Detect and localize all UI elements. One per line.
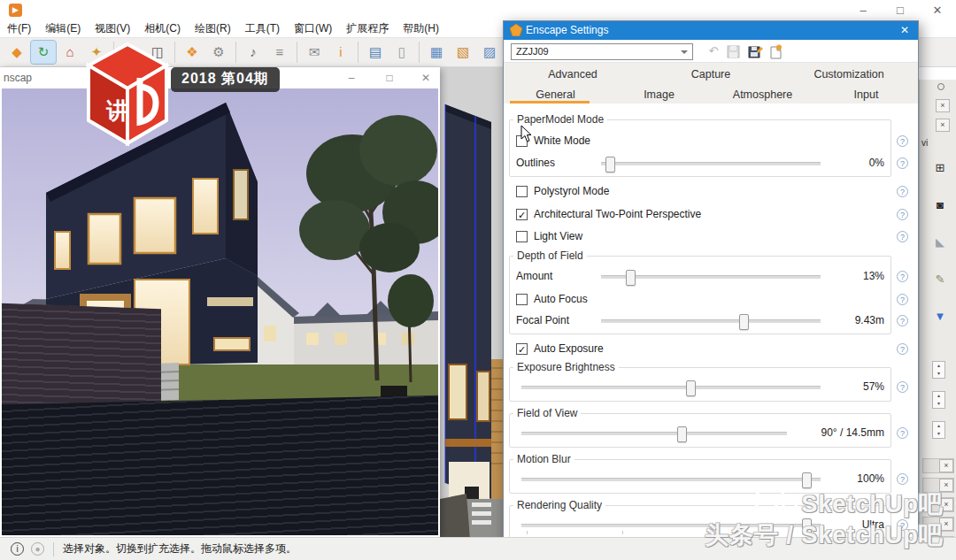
help-icon[interactable]: ? bbox=[897, 381, 908, 393]
toolbar-separator bbox=[174, 42, 175, 63]
field-of-view-slider-thumb[interactable] bbox=[677, 426, 687, 442]
tray-close-button-1[interactable]: × bbox=[936, 99, 950, 112]
app-icon: ▶ bbox=[9, 4, 22, 17]
field-of-view-slider[interactable] bbox=[521, 432, 787, 435]
auto-focus-checkbox[interactable] bbox=[516, 294, 528, 305]
bim-document-icon[interactable]: ▯ bbox=[389, 41, 414, 64]
main-close-button[interactable]: ✕ bbox=[922, 2, 952, 19]
help-icon[interactable]: ? bbox=[897, 231, 908, 242]
watermark-line2: 头条号 / SketchUp吧 bbox=[705, 522, 944, 548]
light-view-checkbox[interactable] bbox=[516, 231, 528, 242]
render-window-title: nscap bbox=[4, 72, 32, 84]
window-save-icon[interactable]: ▨ bbox=[477, 41, 502, 64]
export-image-icon[interactable]: ▤ bbox=[363, 41, 388, 64]
dialog-titlebar[interactable]: Enscape Settings ✕ bbox=[504, 21, 918, 40]
info-circle-icon[interactable]: i bbox=[11, 542, 24, 556]
screen-paint-icon[interactable]: ▼ bbox=[930, 310, 950, 323]
menu-item-8[interactable]: 帮助(H) bbox=[396, 21, 446, 36]
help-icon[interactable]: ? bbox=[897, 157, 908, 169]
light-view-label: Light View bbox=[534, 230, 582, 242]
row-polystyrol: Polystyrol Mode ? bbox=[504, 185, 918, 201]
settings-sliders-icon[interactable]: ≡ bbox=[267, 41, 292, 64]
auto-exposure-label: Auto Exposure bbox=[534, 342, 604, 355]
watermark: SketchUp吧 头条号 / SketchUp吧 bbox=[705, 486, 944, 553]
menu-item-5[interactable]: 工具(T) bbox=[238, 21, 287, 36]
save-as-icon[interactable] bbox=[748, 45, 763, 58]
main-minimize-button[interactable]: – bbox=[848, 2, 878, 19]
pin-icon[interactable] bbox=[937, 83, 944, 90]
help-icon[interactable]: ? bbox=[897, 343, 908, 355]
tab-customization[interactable]: Customization bbox=[780, 65, 918, 83]
tab-advanced[interactable]: Advanced bbox=[504, 65, 642, 83]
amount-slider-thumb[interactable] bbox=[626, 270, 636, 286]
motion-blur-slider[interactable] bbox=[521, 478, 821, 481]
logo-char: 讲 bbox=[105, 97, 129, 124]
render-close-button[interactable]: ✕ bbox=[412, 70, 439, 86]
preset-dropdown[interactable]: ZZJJ09 bbox=[511, 43, 693, 60]
exposure-brightness-slider[interactable] bbox=[521, 386, 821, 389]
undo-icon[interactable]: ↶ bbox=[705, 43, 721, 59]
focal-point-label: Focal Point bbox=[516, 314, 569, 326]
auto-exposure-checkbox[interactable]: ✓ bbox=[516, 343, 528, 355]
eyedropper-icon[interactable]: ✎ bbox=[930, 272, 950, 286]
help-icon[interactable]: ? bbox=[897, 271, 908, 282]
tab-atmosphere[interactable]: Atmosphere bbox=[711, 86, 814, 104]
tab-input[interactable]: Input bbox=[814, 86, 918, 104]
menu-item-7[interactable]: 扩展程序 bbox=[339, 21, 396, 36]
paint-bucket-icon[interactable]: ◙ bbox=[930, 198, 950, 211]
menu-item-1[interactable]: 编辑(E) bbox=[38, 21, 88, 36]
tray-stack-close-button[interactable]: × bbox=[939, 459, 953, 472]
watermark-line1: SketchUp吧 bbox=[801, 491, 944, 518]
render-gear-icon[interactable]: ⚙ bbox=[206, 41, 231, 64]
tab-capture[interactable]: Capture bbox=[642, 65, 780, 83]
material-preview-icon[interactable]: ◣ bbox=[930, 235, 950, 249]
geolocation-icon[interactable]: ● bbox=[31, 542, 44, 556]
enscape-home-icon[interactable]: ⌂ bbox=[58, 41, 82, 64]
new-preset-icon[interactable] bbox=[769, 44, 783, 59]
polystyrol-checkbox[interactable] bbox=[516, 186, 528, 197]
field-of-view-value: 90° / 14.5mm bbox=[787, 426, 884, 439]
tray-spinner-1[interactable]: ▴ ▾ bbox=[932, 391, 945, 409]
add-material-icon[interactable]: ⊞ bbox=[930, 161, 950, 174]
help-icon[interactable]: ? bbox=[897, 186, 908, 197]
menu-item-4[interactable]: 绘图(R) bbox=[188, 21, 238, 36]
sketchup-viewport[interactable] bbox=[440, 67, 503, 540]
exposure-brightness-slider-thumb[interactable] bbox=[686, 380, 696, 396]
menu-item-3[interactable]: 相机(C) bbox=[137, 21, 188, 36]
enscape-render-window: nscap – □ ✕ bbox=[0, 67, 440, 537]
outlines-value: 0% bbox=[787, 157, 884, 169]
group-papermodel-legend: PaperModel Mode bbox=[513, 113, 607, 126]
tray-caption: vi bbox=[921, 138, 928, 148]
help-icon[interactable]: ? bbox=[897, 294, 908, 305]
tab-image[interactable]: Image bbox=[607, 86, 711, 104]
tray-close-button-2[interactable]: × bbox=[936, 119, 950, 132]
render-minimize-button[interactable]: – bbox=[338, 70, 365, 86]
about-info-icon[interactable]: i bbox=[328, 41, 353, 64]
menu-item-0[interactable]: 件(F) bbox=[0, 21, 38, 36]
help-icon[interactable]: ? bbox=[897, 473, 908, 485]
render-maximize-button[interactable]: □ bbox=[376, 70, 403, 86]
tray-spinner-2[interactable]: ▴ ▾ bbox=[932, 421, 945, 439]
row-focal-point: Focal Point 9.43m ? bbox=[504, 314, 918, 330]
two-point-checkbox[interactable]: ✓ bbox=[516, 209, 528, 220]
window-layout-icon[interactable]: ▦ bbox=[424, 41, 449, 64]
help-icon[interactable]: ? bbox=[897, 315, 908, 326]
menu-item-2[interactable]: 视图(V) bbox=[88, 21, 137, 36]
help-icon[interactable]: ? bbox=[897, 135, 908, 147]
focal-point-slider-thumb[interactable] bbox=[739, 314, 749, 330]
enscape-sync-icon[interactable]: ↻ bbox=[31, 41, 56, 64]
dialog-close-button[interactable]: ✕ bbox=[897, 23, 913, 38]
main-maximize-button[interactable]: □ bbox=[885, 2, 915, 19]
help-icon[interactable]: ? bbox=[897, 209, 908, 220]
window-folder-icon[interactable]: ▧ bbox=[451, 41, 475, 64]
toolbar-separator bbox=[419, 42, 420, 63]
sound-settings-icon[interactable]: ♪ bbox=[241, 41, 266, 64]
outlines-slider-thumb[interactable] bbox=[605, 157, 615, 173]
enscape-start-icon[interactable]: ◆ bbox=[4, 41, 29, 64]
group-exposure-legend: Exposure Brightness bbox=[513, 361, 619, 373]
tray-spinner-0[interactable]: ▴ ▾ bbox=[932, 361, 945, 379]
enscape-objects-icon[interactable]: ❖ bbox=[180, 41, 204, 64]
help-icon[interactable]: ? bbox=[897, 427, 908, 439]
feedback-bubble-icon[interactable]: ✉ bbox=[302, 41, 327, 64]
menu-item-6[interactable]: 窗口(W) bbox=[287, 21, 339, 36]
